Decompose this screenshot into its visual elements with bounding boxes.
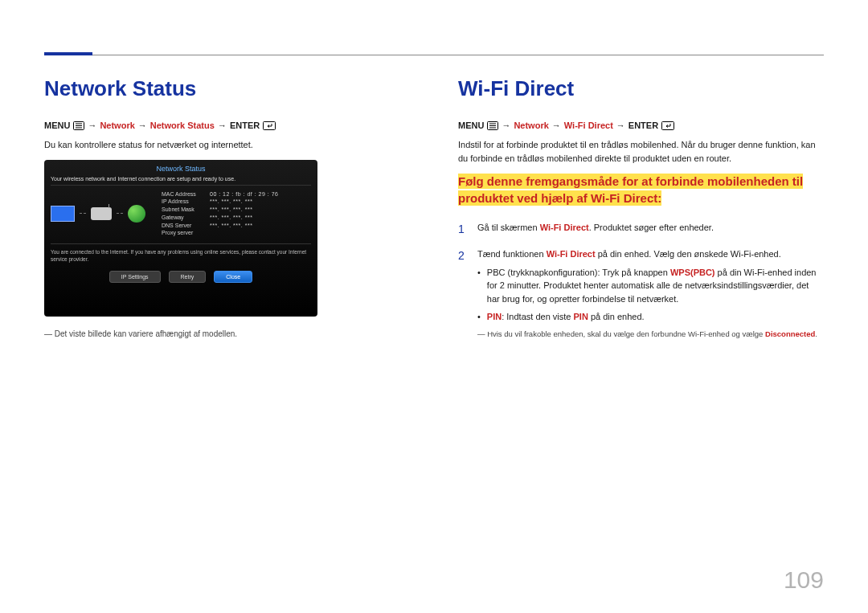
arrow-icon: → xyxy=(138,121,147,130)
table-row: Gateway***. ***. ***. *** xyxy=(162,214,279,222)
nav-wifi-direct: Wi-Fi Direct xyxy=(564,121,613,130)
table-row: Subnet Mask***. ***. ***. *** xyxy=(162,206,279,214)
table-row: DNS Server***. ***. ***. *** xyxy=(162,222,279,230)
device-icon xyxy=(51,206,75,222)
arrow-icon: → xyxy=(502,121,510,130)
ui-footnote: You are connected to the Internet. If yo… xyxy=(51,243,311,263)
highlight-heading-wrap: Følg denne fremgangsmåde for at forbinde… xyxy=(458,173,824,206)
step-number: 1 xyxy=(458,221,468,238)
close-button[interactable]: Close xyxy=(214,271,252,283)
bullet-pin: PIN: Indtast den viste PIN på din enhed. xyxy=(477,310,824,324)
bold-pin: PIN xyxy=(487,312,502,321)
heading-wifi-direct: Wi-Fi Direct xyxy=(458,76,824,101)
nav-menu-label: MENU xyxy=(44,121,70,130)
globe-icon xyxy=(128,205,145,223)
left-body: Du kan kontrollere status for netværket … xyxy=(44,138,410,152)
arrow-icon: → xyxy=(88,121,96,130)
menu-icon xyxy=(487,121,498,130)
bold-disconnected: Disconnected xyxy=(765,329,815,338)
dash-icon xyxy=(80,213,86,214)
ui-title: Network Status xyxy=(51,165,311,176)
bold-wifidirect: Wi-Fi Direct xyxy=(540,223,589,232)
table-row: IP Address***. ***. ***. *** xyxy=(162,198,279,206)
right-column: Wi-Fi Direct MENU → Network → Wi-Fi Dire… xyxy=(458,48,824,349)
dash-icon xyxy=(117,213,123,214)
left-caption: Det viste billede kan variere afhængigt … xyxy=(44,329,410,338)
right-footnote: Hvis du vil frakoble enheden, skal du væ… xyxy=(477,329,824,340)
bullet-dot-icon xyxy=(477,310,481,324)
retry-button[interactable]: Retry xyxy=(169,271,207,283)
top-rule xyxy=(44,55,824,55)
bold-wpspbc: WPS(PBC) xyxy=(670,268,715,277)
nav-network: Network xyxy=(514,121,548,130)
step-content: Gå til skærmen Wi-Fi Direct. Produktet s… xyxy=(477,221,824,238)
bullet-pbc: PBC (trykknapkonfiguration): Tryk på kna… xyxy=(477,266,824,306)
bold-pin: PIN xyxy=(573,312,588,321)
menu-icon xyxy=(73,121,84,130)
left-column: Network Status MENU → Network → Network … xyxy=(44,48,410,349)
ip-table: MAC Address00 : 12 : fb : df : 29 : 76 I… xyxy=(162,190,279,238)
nav-menu-label: MENU xyxy=(458,121,484,130)
table-row: Proxy server xyxy=(162,229,279,237)
top-accent-bar xyxy=(44,52,92,55)
nav-network-status: Network Status xyxy=(150,121,215,130)
nav-path-left: MENU → Network → Network Status → ENTER xyxy=(44,121,410,130)
enter-icon xyxy=(263,121,276,130)
heading-network-status: Network Status xyxy=(44,76,410,101)
bold-wifidirect: Wi-Fi Direct xyxy=(547,249,596,259)
nav-enter-label: ENTER xyxy=(230,121,260,130)
ip-settings-button[interactable]: IP Settings xyxy=(109,271,161,283)
right-body: Indstil for at forbinde produktet til en… xyxy=(458,138,824,165)
router-icon xyxy=(91,207,112,220)
step-2: 2 Tænd funktionen Wi-Fi Direct på din en… xyxy=(458,247,824,340)
step-number: 2 xyxy=(458,247,468,340)
enter-icon xyxy=(661,121,674,130)
ui-button-row: IP Settings Retry Close xyxy=(51,271,311,283)
arrow-icon: → xyxy=(218,121,227,130)
page-number: 109 xyxy=(784,566,824,594)
bullet-dot-icon xyxy=(477,266,481,306)
nav-network: Network xyxy=(100,121,134,130)
nav-path-right: MENU → Network → Wi-Fi Direct → ENTER xyxy=(458,121,824,130)
ui-middle-row: MAC Address00 : 12 : fb : df : 29 : 76 I… xyxy=(51,190,311,238)
step-content: Tænd funktionen Wi-Fi Direct på din enhe… xyxy=(477,247,824,340)
highlight-heading: Følg denne fremgangsmåde for at forbinde… xyxy=(458,174,803,206)
arrow-icon: → xyxy=(552,121,561,130)
nav-enter-label: ENTER xyxy=(628,121,658,130)
table-row: MAC Address00 : 12 : fb : df : 29 : 76 xyxy=(162,190,279,198)
ui-subtitle: Your wireless network and Internet conne… xyxy=(51,176,311,186)
step-1: 1 Gå til skærmen Wi-Fi Direct. Produktet… xyxy=(458,221,824,238)
page-content: Network Status MENU → Network → Network … xyxy=(0,0,868,374)
network-status-screenshot: Network Status Your wireless network and… xyxy=(44,160,317,317)
connection-diagram xyxy=(51,205,155,223)
arrow-icon: → xyxy=(616,121,625,130)
